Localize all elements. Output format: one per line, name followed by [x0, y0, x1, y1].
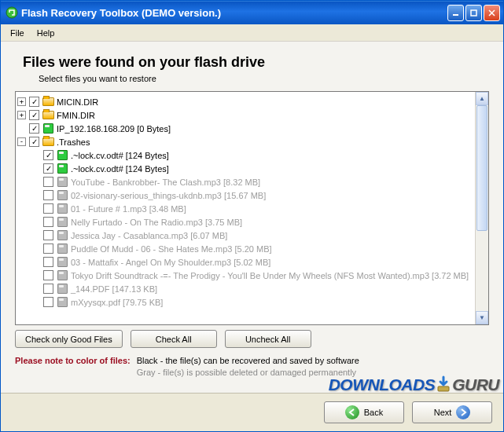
expand-icon[interactable]: + [17, 111, 26, 119]
scroll-thumb[interactable] [476, 105, 487, 231]
checkbox[interactable] [43, 284, 53, 294]
floppy-disk-icon [56, 284, 68, 295]
next-label: Next [434, 408, 452, 417]
floppy-disk-icon [42, 123, 54, 134]
scrollbar[interactable]: ▲ ▼ [475, 92, 488, 324]
menu-file[interactable]: File [4, 27, 31, 39]
app-window: Flash Recovery Toolbox (DEMO version.) F… [0, 0, 504, 432]
expander-placeholder [17, 124, 26, 133]
checkbox[interactable] [43, 217, 53, 227]
checkbox[interactable]: ✓ [43, 150, 53, 160]
floppy-disk-icon [56, 230, 68, 241]
folder-icon [42, 97, 54, 108]
scroll-down-button[interactable]: ▼ [476, 311, 488, 324]
content-area: Files were found on your flash drive Sel… [1, 42, 503, 393]
app-icon [6, 6, 18, 19]
tree-row[interactable]: mXyysqx.pdf [79.75 KB] [17, 295, 487, 309]
menu-help[interactable]: Help [31, 27, 61, 39]
expander-placeholder [31, 178, 40, 186]
expander-placeholder [31, 191, 40, 200]
checkbox[interactable] [43, 297, 53, 307]
next-button[interactable]: Next [412, 401, 492, 423]
checkbox[interactable]: ✓ [43, 163, 53, 174]
titlebar[interactable]: Flash Recovery Toolbox (DEMO version.) [1, 1, 503, 24]
file-label: 01 - Future # 1.mp3 [3.48 MB] [71, 204, 186, 214]
collapse-icon[interactable]: - [17, 137, 26, 146]
tree-row[interactable]: ✓.~lock.cv.odt# [124 Bytes] [17, 162, 487, 175]
floppy-disk-icon [56, 203, 68, 214]
file-label: _144.PDF [147.13 KB] [71, 284, 157, 294]
back-button[interactable]: Back [324, 401, 404, 423]
tree-row[interactable]: Nelly Furtado - On The Radio.mp3 [3.75 M… [17, 215, 487, 229]
scroll-track[interactable] [476, 105, 488, 311]
checkbox[interactable] [43, 190, 53, 200]
minimize-button[interactable] [447, 5, 464, 21]
check-good-button[interactable]: Check only Good Files [15, 330, 123, 348]
file-label: MICIN.DIR [57, 97, 98, 107]
selection-buttons: Check only Good Files Check All Uncheck … [15, 330, 489, 348]
tree-row[interactable]: 02-visionary-serious_things-ukdnb.mp3 [1… [17, 189, 487, 202]
window-title: Flash Recovery Toolbox (DEMO version.) [21, 7, 447, 19]
tree-row[interactable]: Puddle Of Mudd - 06 - She Hates Me.mp3 [… [17, 242, 487, 255]
file-tree-panel: +✓MICIN.DIR+✓FMIN.DIR✓IP_192.168.168.209… [15, 91, 489, 325]
note-black: Black - the file(s) can be recovered and… [137, 356, 359, 365]
expander-placeholder [31, 298, 40, 306]
note-gray: Gray - file(s) is possible deleted or da… [137, 368, 359, 377]
expander-placeholder [31, 151, 40, 159]
file-label: Nelly Furtado - On The Radio.mp3 [3.75 M… [71, 218, 242, 227]
footer-bar: Back Next [1, 393, 503, 431]
uncheck-all-button[interactable]: Uncheck All [225, 330, 311, 348]
checkbox[interactable] [43, 177, 53, 187]
floppy-disk-icon [56, 163, 68, 174]
floppy-disk-icon [56, 270, 68, 281]
file-label: Jessica Jay - Casablanca.mp3 [6.07 MB] [71, 231, 227, 240]
checkbox[interactable] [43, 203, 53, 214]
tree-row[interactable]: ✓.~lock.cv.odt# [124 Bytes] [17, 148, 487, 162]
file-label: mXyysqx.pdf [79.75 KB] [71, 298, 163, 307]
tree-row[interactable]: -✓.Trashes [17, 135, 487, 148]
close-button[interactable] [484, 5, 500, 21]
page-subheading: Select files you want to restore [39, 74, 489, 83]
scroll-up-button[interactable]: ▲ [476, 92, 488, 105]
floppy-disk-icon [56, 150, 68, 161]
checkbox[interactable]: ✓ [29, 97, 39, 107]
file-tree[interactable]: +✓MICIN.DIR+✓FMIN.DIR✓IP_192.168.168.209… [16, 92, 488, 312]
file-label: 03 - Mattafix - Angel On My Shoulder.mp3… [71, 258, 270, 267]
tree-row[interactable]: _144.PDF [147.13 KB] [17, 282, 487, 295]
file-label: Tokyo Drift Soundtrack -=- The Prodigy -… [71, 271, 469, 280]
checkbox[interactable]: ✓ [29, 110, 39, 120]
maximize-button[interactable] [465, 5, 482, 21]
svg-rect-1 [453, 14, 458, 16]
checkbox[interactable] [43, 270, 53, 280]
file-label: .~lock.cv.odt# [124 Bytes] [71, 151, 169, 160]
tree-row[interactable]: ✓IP_192.168.168.209 [0 Bytes] [17, 122, 487, 135]
page-heading: Files were found on your flash drive [23, 54, 489, 71]
checkbox[interactable] [43, 230, 53, 240]
expander-placeholder [31, 204, 40, 213]
expander-placeholder [31, 231, 40, 240]
checkbox[interactable]: ✓ [29, 123, 39, 134]
tree-row[interactable]: +✓MICIN.DIR [17, 95, 487, 108]
tree-row[interactable]: YouTube - Bankrobber- The Clash.mp3 [8.3… [17, 175, 487, 189]
checkbox[interactable] [43, 243, 53, 254]
folder-icon [42, 137, 54, 148]
expander-placeholder [31, 164, 40, 173]
floppy-disk-icon [56, 217, 68, 228]
file-label: IP_192.168.168.209 [0 Bytes] [57, 124, 171, 134]
floppy-disk-icon [56, 257, 68, 268]
check-all-button[interactable]: Check All [131, 330, 217, 348]
tree-row[interactable]: +✓FMIN.DIR [17, 108, 487, 122]
note-prefix: Please note to color of files: [15, 356, 131, 377]
floppy-disk-icon [56, 243, 68, 254]
tree-row[interactable]: 03 - Mattafix - Angel On My Shoulder.mp3… [17, 255, 487, 269]
tree-row[interactable]: Tokyo Drift Soundtrack -=- The Prodigy -… [17, 269, 487, 282]
tree-row[interactable]: Jessica Jay - Casablanca.mp3 [6.07 MB] [17, 229, 487, 242]
svg-rect-2 [471, 10, 476, 16]
svg-point-0 [6, 7, 17, 18]
checkbox[interactable] [43, 257, 53, 267]
expander-placeholder [31, 244, 40, 253]
expander-placeholder [31, 218, 40, 226]
tree-row[interactable]: 01 - Future # 1.mp3 [3.48 MB] [17, 202, 487, 215]
expand-icon[interactable]: + [17, 97, 26, 106]
checkbox[interactable]: ✓ [29, 137, 39, 147]
